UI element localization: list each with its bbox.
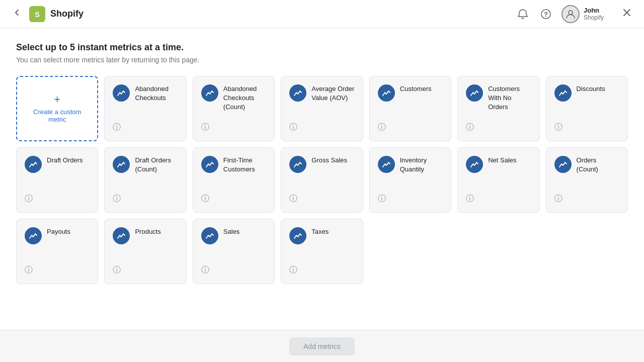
metric-name: Customers With No Orders [488,84,531,112]
add-metrics-button[interactable]: Add metrics [289,337,355,355]
info-icon[interactable]: ⓘ [289,194,297,204]
close-icon [622,8,632,18]
info-icon[interactable]: ⓘ [201,194,209,204]
metric-card-top: Draft Orders (Count) [113,156,178,174]
metric-icon [554,84,572,102]
metric-name: Payouts [47,227,90,236]
metric-name: Net Sales [488,156,531,165]
metric-name: Sales [223,227,266,236]
info-icon[interactable]: ⓘ [554,194,562,204]
metric-name: Products [135,227,178,236]
question-circle-icon: ? [540,9,551,20]
metric-card-products[interactable]: Products ⓘ [104,219,186,284]
plus-icon: + [54,94,60,105]
help-button[interactable]: ? [538,7,553,22]
metric-name: Discounts [577,84,619,94]
metric-card-top: Taxes [289,227,354,244]
metric-card-bottom: ⓘ [25,194,90,204]
bell-icon [517,9,528,20]
metric-icon [378,156,395,173]
metric-card-bottom: ⓘ [113,265,178,276]
metric-card-top: Customers [378,84,443,102]
metric-card-top: Net Sales [466,156,531,173]
metric-card-top: Customers With No Orders [466,84,531,112]
user-menu[interactable]: John Shopify [561,5,604,23]
info-icon[interactable]: ⓘ [201,122,209,133]
metric-card-bottom: ⓘ [201,265,266,276]
user-icon [566,9,576,19]
metrics-grid: + Create a custom metric Abandoned Check… [16,76,628,284]
notifications-button[interactable] [515,7,530,22]
shopify-logo-icon: S [29,6,45,22]
metric-icon [201,227,218,244]
back-button[interactable] [10,6,24,22]
metric-icon [201,156,218,173]
page-footer: Add metrics [0,330,644,362]
metric-card-draft-orders-count[interactable]: Draft Orders (Count) ⓘ [104,147,186,213]
user-info: John Shopify [584,7,604,22]
metric-card-bottom: ⓘ [289,265,354,276]
info-icon[interactable]: ⓘ [113,122,121,133]
metric-card-discounts[interactable]: Discounts ⓘ [546,76,628,141]
svg-text:S: S [35,11,40,19]
metric-card-customers-no-orders[interactable]: Customers With No Orders ⓘ [457,76,539,141]
metric-card-abandoned-checkouts-count[interactable]: Abandoned Checkouts (Count) ⓘ [193,76,275,141]
create-custom-metric-card[interactable]: + Create a custom metric [16,76,98,141]
close-button[interactable] [620,6,634,22]
info-icon[interactable]: ⓘ [113,265,121,276]
metric-card-bottom: ⓘ [201,122,266,133]
metric-card-gross-sales[interactable]: Gross Sales ⓘ [281,147,363,213]
metric-name: First-Time Customers [223,156,266,174]
metric-card-first-time-customers[interactable]: First-Time Customers ⓘ [193,147,275,213]
metric-card-average-order-value[interactable]: Average Order Value (AOV) ⓘ [281,76,363,141]
metric-card-bottom: ⓘ [466,122,531,133]
header-left: S Shopify [10,6,515,22]
metric-card-bottom: ⓘ [466,194,531,204]
svg-point-4 [569,11,573,15]
info-icon[interactable]: ⓘ [25,194,33,204]
metric-name: Abandoned Checkouts [135,84,178,103]
info-icon[interactable]: ⓘ [289,122,297,133]
metric-card-orders-count[interactable]: Orders (Count) ⓘ [546,147,628,213]
chevron-left-icon [12,8,22,18]
metric-card-inventory-quantity[interactable]: Inventory Quantity ⓘ [369,147,451,213]
metric-icon [466,156,483,173]
metric-card-payouts[interactable]: Payouts ⓘ [16,219,98,284]
metric-card-net-sales[interactable]: Net Sales ⓘ [457,147,539,213]
main-content: Select up to 5 instant metrics at a time… [0,28,644,330]
info-icon[interactable]: ⓘ [201,265,209,276]
metric-card-bottom: ⓘ [378,194,443,204]
metric-card-customers[interactable]: Customers ⓘ [369,76,451,141]
user-avatar [561,5,580,23]
info-icon[interactable]: ⓘ [113,194,121,204]
metric-icon [201,84,218,102]
metric-card-sales[interactable]: Sales ⓘ [193,219,275,284]
metric-icon [25,156,42,173]
info-icon[interactable]: ⓘ [25,265,33,276]
metric-icon [25,227,42,244]
metric-card-top: Abandoned Checkouts (Count) [201,84,266,112]
info-icon[interactable]: ⓘ [554,122,562,133]
page-title: Select up to 5 instant metrics at a time… [16,42,628,53]
metric-card-bottom: ⓘ [554,194,619,204]
metric-card-abandoned-checkouts[interactable]: Abandoned Checkouts ⓘ [104,76,186,141]
metric-card-bottom: ⓘ [201,194,266,204]
info-icon[interactable]: ⓘ [378,122,386,133]
metric-card-top: Discounts [554,84,619,102]
info-icon[interactable]: ⓘ [378,194,386,204]
metric-card-bottom: ⓘ [289,122,354,133]
metric-card-bottom: ⓘ [289,194,354,204]
metric-card-taxes[interactable]: Taxes ⓘ [281,219,363,284]
metric-card-draft-orders[interactable]: Draft Orders ⓘ [16,147,98,213]
info-icon[interactable]: ⓘ [466,122,474,133]
metric-card-top: First-Time Customers [201,156,266,174]
metric-name: Abandoned Checkouts (Count) [223,84,266,112]
metric-icon [289,84,306,102]
metric-card-bottom: ⓘ [378,122,443,133]
metric-icon [289,227,306,244]
metric-card-top: Inventory Quantity [378,156,443,174]
info-icon[interactable]: ⓘ [466,194,474,204]
metric-icon [554,156,572,173]
info-icon[interactable]: ⓘ [289,265,297,276]
metric-card-top: Average Order Value (AOV) [289,84,354,103]
